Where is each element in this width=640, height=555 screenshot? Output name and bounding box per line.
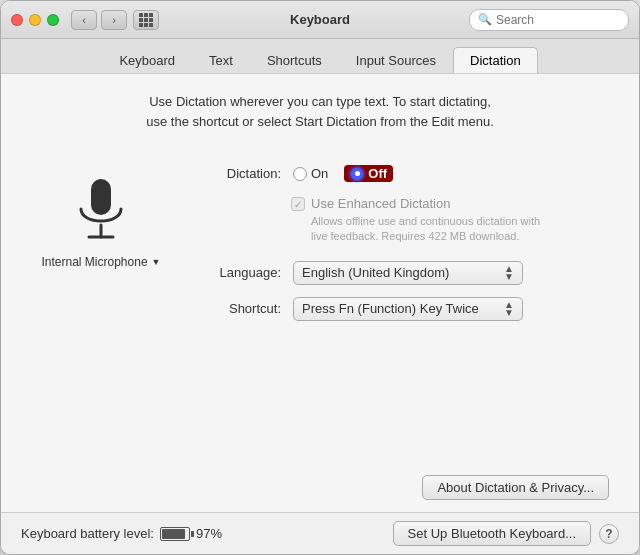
nav-buttons: ‹ ›	[71, 10, 127, 30]
battery-body	[160, 527, 190, 541]
dictation-radio-group: On Off	[293, 165, 393, 182]
help-icon: ?	[605, 527, 612, 541]
tab-keyboard[interactable]: Keyboard	[102, 47, 192, 73]
radio-off-label: Off	[368, 166, 387, 181]
battery-percentage: 97%	[196, 526, 222, 541]
language-value: English (United Kingdom)	[302, 265, 449, 280]
search-input[interactable]	[496, 13, 620, 27]
battery-label: Keyboard battery level:	[21, 526, 154, 541]
window-title: Keyboard	[290, 12, 350, 27]
radio-on-circle[interactable]	[293, 167, 307, 181]
close-button[interactable]	[11, 14, 23, 26]
tab-input-sources[interactable]: Input Sources	[339, 47, 453, 73]
shortcut-field-label: Shortcut:	[181, 301, 281, 316]
grid-icon	[139, 13, 153, 27]
tab-dictation[interactable]: Dictation	[453, 47, 538, 73]
grid-button[interactable]	[133, 10, 159, 30]
controls-section: Dictation: On Off	[171, 165, 619, 333]
setup-bluetooth-btn[interactable]: Set Up Bluetooth Keyboard...	[393, 521, 591, 546]
radio-on-label: On	[311, 166, 328, 181]
enhanced-sublabel: Allows offline use and continuous dictat…	[311, 214, 540, 245]
mic-dropdown-arrow: ▼	[152, 257, 161, 267]
search-box[interactable]: 🔍	[469, 9, 629, 31]
back-button[interactable]: ‹	[71, 10, 97, 30]
tabs-bar: Keyboard Text Shortcuts Input Sources Di…	[1, 39, 639, 74]
about-section: About Dictation & Privacy...	[1, 475, 639, 512]
radio-on-option[interactable]: On	[293, 166, 328, 181]
battery-icon	[160, 527, 190, 541]
description-text: Use Dictation wherever you can type text…	[61, 92, 579, 131]
tab-shortcuts[interactable]: Shortcuts	[250, 47, 339, 73]
dictation-field-label: Dictation:	[181, 166, 281, 181]
minimize-button[interactable]	[29, 14, 41, 26]
mic-label[interactable]: Internal Microphone ▼	[42, 255, 161, 269]
forward-button[interactable]: ›	[101, 10, 127, 30]
checkmark-icon: ✓	[294, 199, 302, 210]
enhanced-label: Use Enhanced Dictation	[311, 196, 540, 211]
language-row: Language: English (United Kingdom) ▲▼	[171, 261, 619, 285]
shortcut-row: Shortcut: Press Fn (Function) Key Twice …	[171, 297, 619, 321]
radio-off-option[interactable]: Off	[344, 165, 393, 182]
mic-name: Internal Microphone	[42, 255, 148, 269]
window: ‹ › Keyboard 🔍 Keyboard Text Shortcuts I…	[0, 0, 640, 555]
shortcut-value: Press Fn (Function) Key Twice	[302, 301, 479, 316]
titlebar: ‹ › Keyboard 🔍	[1, 1, 639, 39]
traffic-lights	[11, 14, 59, 26]
enhanced-section: ✓ Use Enhanced Dictation Allows offline …	[171, 196, 619, 245]
language-dropdown[interactable]: English (United Kingdom) ▲▼	[293, 261, 523, 285]
tab-text[interactable]: Text	[192, 47, 250, 73]
search-icon: 🔍	[478, 13, 492, 26]
status-bar: Keyboard battery level: 97% Set Up Bluet…	[1, 512, 639, 554]
shortcut-dropdown-arrow-icon: ▲▼	[504, 301, 514, 317]
language-field-label: Language:	[181, 265, 281, 280]
help-button[interactable]: ?	[599, 524, 619, 544]
radio-off-circle[interactable]	[350, 167, 364, 181]
dictation-row: Dictation: On Off	[171, 165, 619, 182]
battery-section: Keyboard battery level: 97%	[21, 526, 222, 541]
enhanced-checkbox[interactable]: ✓	[291, 197, 305, 211]
status-buttons: Set Up Bluetooth Keyboard... ?	[393, 521, 619, 546]
mic-section: Internal Microphone ▼	[31, 165, 171, 333]
svg-rect-0	[91, 179, 111, 215]
about-btn[interactable]: About Dictation & Privacy...	[422, 475, 609, 500]
maximize-button[interactable]	[47, 14, 59, 26]
dropdown-arrow-icon: ▲▼	[504, 265, 514, 281]
battery-fill	[162, 529, 185, 539]
shortcut-dropdown[interactable]: Press Fn (Function) Key Twice ▲▼	[293, 297, 523, 321]
microphone-icon	[69, 175, 133, 255]
